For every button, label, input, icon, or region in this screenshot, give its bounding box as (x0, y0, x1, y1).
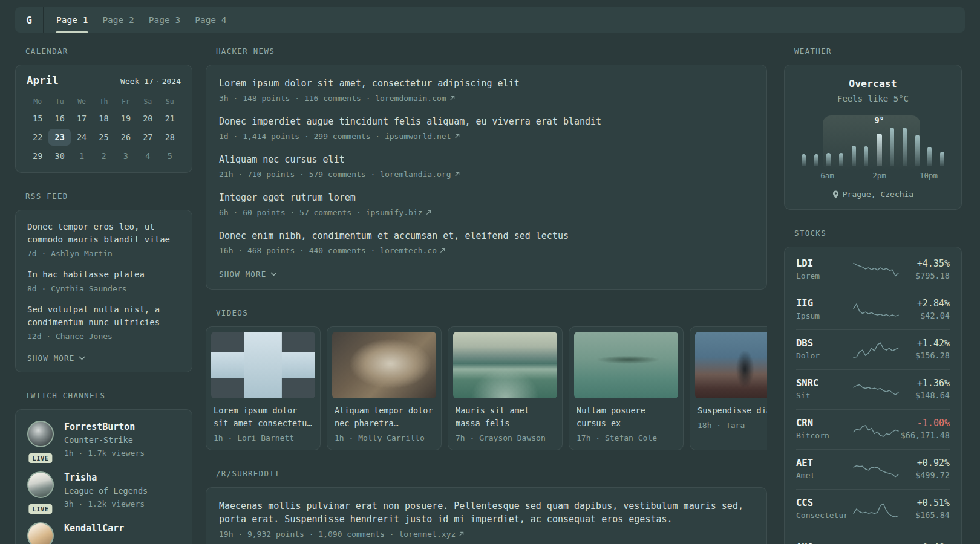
calendar-day[interactable]: 27 (137, 129, 158, 146)
video-title[interactable]: Lorem ipsum dolor sit amet consectetu… (214, 404, 313, 430)
external-link-icon (426, 210, 431, 215)
calendar-day[interactable]: 20 (137, 110, 158, 127)
weather-condition: Overcast (797, 77, 949, 91)
calendar-year: 2024 (162, 77, 181, 86)
subreddit-post-title[interactable]: Maecenas mollis pulvinar erat non posuer… (219, 499, 754, 526)
video-thumbnail[interactable] (211, 332, 315, 398)
rss-item-meta: 8d · Cynthia Saunders (27, 283, 180, 294)
separator-dot: · (155, 77, 160, 86)
rss-item-title[interactable]: Sed volutpat nulla nisl, a condimentum n… (27, 303, 180, 329)
tab-page-3[interactable]: Page 3 (149, 7, 180, 33)
weather-location[interactable]: Prague, Czechia (797, 190, 949, 199)
video-card: Suspendisse diam 18h · Tara (690, 326, 767, 450)
video-thumbnail[interactable] (453, 332, 557, 398)
calendar-day-header: Th (93, 95, 114, 108)
stock-symbol[interactable]: IIG (796, 298, 852, 309)
calendar-day[interactable]: 3 (115, 147, 137, 164)
calendar-day[interactable]: 17 (71, 110, 93, 127)
twitch-section: TWITCH CHANNELS LIVE ForrestBurton Count… (15, 390, 192, 544)
center-column: HACKER NEWS Lorem ipsum dolor sit amet, … (206, 46, 767, 544)
hn-story-title[interactable]: Lorem ipsum dolor sit amet, consectetur … (219, 77, 754, 90)
stock-name: Lorem (796, 271, 852, 281)
calendar-day[interactable]: 26 (115, 129, 137, 146)
rss-section-title: RSS FEED (15, 191, 192, 202)
calendar-day[interactable]: 1 (71, 147, 93, 164)
calendar-day[interactable]: 30 (48, 147, 70, 164)
stock-name: Consectetur (796, 510, 852, 520)
avatar[interactable] (27, 522, 54, 544)
weather-bar (890, 128, 894, 166)
calendar-day[interactable]: 2 (93, 147, 114, 164)
video-title[interactable]: Mauris sit amet massa felis (456, 404, 555, 430)
video-thumbnail[interactable] (695, 332, 767, 398)
calendar-widget: April Week 17·2024 Mo Tu We Th Fr Sa Su … (15, 65, 192, 173)
hn-story-title[interactable]: Aliquam nec cursus elit (219, 153, 754, 166)
app-logo[interactable]: G (15, 7, 44, 33)
twitch-channel-name[interactable]: Trisha (64, 471, 148, 484)
rss-item-title[interactable]: In hac habitasse platea (27, 268, 180, 281)
weather-section-title: WEATHER (784, 46, 962, 57)
calendar-day[interactable]: 25 (93, 129, 114, 146)
hn-story-meta: 16h · 468 points · 440 comments · loremt… (219, 245, 437, 256)
hn-show-more-button[interactable]: SHOW MORE (219, 270, 277, 279)
calendar-day[interactable]: 29 (27, 147, 48, 164)
video-title[interactable]: Nullam posuere cursus ex (577, 404, 676, 430)
video-title[interactable]: Suspendisse diam (697, 404, 767, 417)
stock-change: +0.92% (915, 458, 950, 469)
calendar-day[interactable]: 18 (93, 110, 114, 127)
rss-show-more-button[interactable]: SHOW MORE (27, 354, 85, 363)
weather-bar (915, 135, 920, 166)
stock-symbol[interactable]: CCS (796, 497, 852, 509)
calendar-day-selected[interactable]: 23 (48, 129, 70, 146)
avatar[interactable] (27, 471, 54, 498)
hn-story-meta: 3h · 148 points · 116 comments · loremdo… (219, 92, 446, 104)
rss-item-title[interactable]: Donec tempor eros leo, ut commodo mauris… (27, 221, 180, 246)
stock-symbol[interactable]: AET (796, 458, 852, 469)
hn-story-title[interactable]: Donec enim nibh, condimentum et accumsan… (219, 229, 754, 242)
calendar-day[interactable]: 16 (48, 110, 70, 127)
video-thumbnail[interactable] (332, 332, 436, 398)
stock-symbol[interactable]: DBS (796, 338, 852, 349)
stock-symbol[interactable]: AHS (796, 542, 852, 544)
subreddit-section-title: /R/SUBREDDIT (206, 468, 767, 479)
calendar-day[interactable]: 28 (159, 129, 181, 146)
stock-symbol[interactable]: SNRC (796, 378, 852, 389)
live-badge: LIVE (28, 453, 52, 463)
stock-change: +2.84% (917, 298, 950, 309)
weather-bar (877, 134, 882, 166)
top-navbar: G Page 1 Page 2 Page 3 Page 4 (15, 7, 965, 33)
video-title[interactable]: Aliquam tempor dolor nec pharetra… (335, 404, 434, 430)
calendar-day[interactable]: 24 (71, 129, 93, 146)
twitch-game: Counter-Strike (64, 435, 145, 446)
avatar[interactable] (27, 421, 54, 447)
hn-story-title[interactable]: Donec imperdiet augue tincidunt felis al… (219, 115, 754, 128)
tab-page-4[interactable]: Page 4 (195, 7, 226, 33)
tab-page-1[interactable]: Page 1 (56, 7, 88, 33)
tab-page-2[interactable]: Page 2 (102, 7, 134, 33)
twitch-channel-name[interactable]: KendallCarr (64, 522, 124, 534)
video-thumbnail[interactable] (574, 332, 678, 398)
twitch-channel-name[interactable]: ForrestBurton (64, 421, 145, 433)
calendar-day[interactable]: 21 (159, 110, 181, 127)
calendar-day[interactable]: 4 (137, 147, 158, 164)
table-row: DBSDolor +1.42%$156.28 (796, 329, 950, 369)
chevron-down-icon (270, 272, 277, 276)
calendar-day[interactable]: 5 (159, 147, 181, 164)
stocks-section-title: STOCKS (784, 228, 962, 239)
stock-symbol[interactable]: CRN (796, 418, 852, 429)
hn-story-title[interactable]: Integer eget rutrum lorem (219, 191, 754, 204)
rss-widget: Donec tempor eros leo, ut commodo mauris… (15, 210, 192, 372)
twitch-meta: 3h · 1.2k viewers (64, 498, 148, 510)
weather-bar (927, 147, 932, 166)
calendar-day[interactable]: 19 (115, 110, 137, 127)
calendar-day[interactable]: 15 (27, 110, 48, 127)
stock-change: +0.51% (915, 497, 950, 509)
stock-price: $42.04 (917, 311, 950, 321)
calendar-day[interactable]: 22 (27, 129, 48, 146)
time-tick: 10pm (920, 171, 938, 180)
hacker-news-widget: Lorem ipsum dolor sit amet, consectetur … (206, 65, 767, 290)
stock-symbol[interactable]: LDI (796, 258, 852, 270)
table-row: LDILorem +4.35%$795.18 (796, 250, 950, 290)
table-row: AETAmet +0.92%$499.72 (796, 449, 950, 489)
table-row: CRNBitcorn -1.00%$66,171.48 (796, 409, 950, 449)
